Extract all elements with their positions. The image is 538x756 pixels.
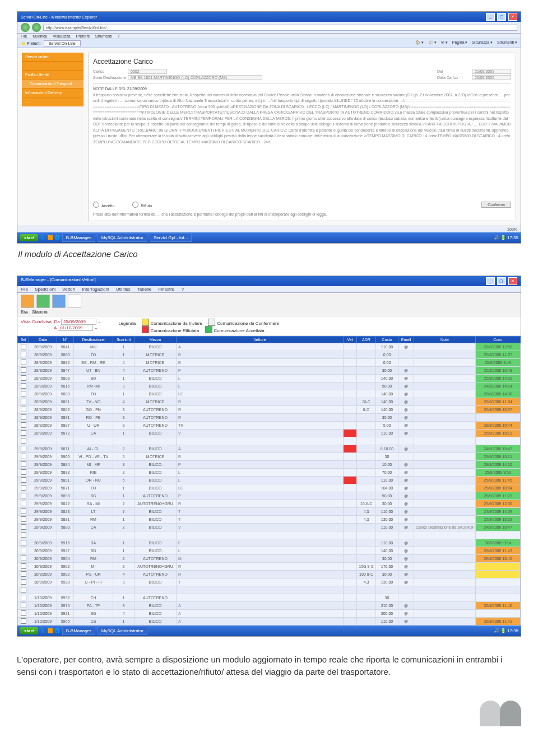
table-row[interactable]: 28/9/20095872CA1BILICOV110,00@25/9/2009 …: [18, 430, 521, 437]
menu-spedizioni[interactable]: Spedizioni: [35, 287, 55, 292]
table-row[interactable]: 1/10/20095975PA - TP3BILICOA210,00@30/9/…: [18, 602, 521, 610]
table-row[interactable]: 29/9/20095801OR - NU5BILICOL110,00@25/9/…: [18, 477, 521, 484]
carico-field[interactable]: 0002: [128, 69, 167, 74]
cmd-pagina[interactable]: Pagina ▾: [452, 40, 468, 44]
date-to-field[interactable]: 01/10/2009: [58, 325, 93, 331]
close-button[interactable]: ✕: [508, 277, 517, 285]
table-row[interactable]: 28/9/20095841MU1BILICOA110,00@28/9/2009 …: [18, 343, 521, 351]
table-row[interactable]: 30/9/20095902PG - UR4AUTOTRENOR100 8-C30…: [18, 571, 521, 578]
data-grid[interactable]: SelDataN°DestinazioneScarichiMezzoVettor…: [17, 336, 521, 626]
zona-field[interactable]: MB BS 1001 MARTINENGO (LO) CORLAZZORO (M…: [128, 75, 262, 80]
sidebar-item-servizi[interactable]: Servizi online: [22, 53, 84, 62]
column-header[interactable]: Vettore: [177, 337, 344, 343]
column-header[interactable]: Sel: [18, 337, 29, 343]
toolbar-button-1[interactable]: [21, 295, 34, 308]
menu-modifica[interactable]: Modifica: [33, 34, 47, 38]
toolbar-button-4[interactable]: [68, 295, 81, 308]
minimize-button[interactable]: _: [486, 277, 495, 285]
conferma-button[interactable]: Conferma: [481, 202, 511, 208]
menu-help[interactable]: ?: [182, 287, 184, 292]
table-row[interactable]: 28/9/20095882BS - RM - RE4MOTRICEB0,0025…: [18, 359, 521, 367]
column-header[interactable]: Mezzo: [134, 337, 177, 343]
table-row[interactable]: [18, 437, 521, 445]
system-tray[interactable]: 🔊 🔋 17:35: [494, 628, 518, 633]
column-header[interactable]: Com.: [476, 337, 521, 343]
table-row[interactable]: 1/10/20095932CH1AUTOTRENO30: [18, 594, 521, 602]
table-row[interactable]: 29/9/20095871TO1BILICOLE104,00@25/9/2009…: [18, 484, 521, 492]
taskbar-item[interactable]: B-BManager: [62, 627, 95, 635]
start-button[interactable]: start: [20, 234, 38, 241]
table-row[interactable]: 1/10/20095965CS1BILICOA110,00@30/9/2009 …: [18, 618, 521, 626]
sidebar-item-comunicazioni-trasporti[interactable]: Comunicazioni Trasporti: [22, 80, 84, 88]
table-row[interactable]: [18, 586, 521, 594]
start-button[interactable]: start: [20, 627, 38, 634]
column-header[interactable]: Vet: [344, 337, 357, 343]
browser-tab[interactable]: Servizi On-Line: [44, 40, 81, 46]
sidebar-item-profilo[interactable]: Profilo Utente: [22, 71, 84, 80]
menu-strumenti[interactable]: Strumenti: [95, 34, 112, 38]
table-row[interactable]: 29/9/20095898BG1AUTOTRENOP50,00@25/9/200…: [18, 492, 521, 500]
taskbar-item[interactable]: MySQL Administrator: [98, 627, 147, 635]
menu-vettori[interactable]: Vettori: [62, 287, 75, 292]
column-header[interactable]: Destinazione: [74, 337, 113, 343]
table-row[interactable]: 29/9/20095871AI - CL2BILICOA8,10.00@24/9…: [18, 445, 521, 453]
column-header[interactable]: ADR: [357, 337, 376, 343]
table-row[interactable]: 28/9/20095891RO - PE3AUTOTRENOR30,00@: [18, 414, 521, 422]
menu-interrogazioni[interactable]: Interrogazioni: [82, 287, 109, 292]
menu-tabelle[interactable]: Tabelle: [137, 287, 151, 292]
address-bar[interactable]: http://www.example/ServiziOnLine/...: [43, 25, 517, 31]
toolbar-button-2[interactable]: [36, 295, 50, 308]
cmd-home-icon[interactable]: 🏠 ▾: [415, 40, 424, 44]
menu-utilities[interactable]: Utilities: [116, 287, 131, 292]
taskbar-item[interactable]: B-BManager: [62, 234, 95, 242]
date-from-field[interactable]: 25/09/2009: [61, 319, 96, 325]
sidebar-item[interactable]: …: [22, 62, 84, 71]
back-button[interactable]: [21, 23, 30, 32]
menu-help[interactable]: ?: [118, 34, 120, 38]
taskbar-item[interactable]: MySQL Administrator: [98, 234, 147, 242]
toolbar-button-3[interactable]: [52, 295, 66, 308]
sidebar-item-info-delivery[interactable]: Informazioni Delivery: [22, 88, 84, 97]
table-row[interactable]: 1/10/20095921SG4BILICOA200,00@: [18, 610, 521, 618]
sidebar-item[interactable]: …: [22, 97, 84, 106]
radio-accetto[interactable]: Accetto: [93, 202, 114, 208]
cmd-strumenti[interactable]: Strumenti ▾: [497, 40, 517, 44]
table-row[interactable]: 29/9/20095892RIE2BILICOL70,00@25/9/2009 …: [18, 469, 521, 477]
maximize-button[interactable]: ▢: [497, 13, 506, 21]
stampa-label[interactable]: Stampa: [32, 309, 48, 314]
data-carico-field[interactable]: 20/09/2009: [472, 75, 511, 80]
taskbar-item[interactable]: Servizi Gpl - Int...: [150, 234, 192, 242]
table-row[interactable]: 28/9/20095887U - UR3AUTOTRENOTR5,00@28/9…: [18, 422, 521, 430]
column-header[interactable]: Note: [414, 337, 476, 343]
table-row[interactable]: 28/9/20095880TO1BILICOLE140,00@25/9/2009…: [18, 390, 521, 398]
menu-visualizza[interactable]: Visualizza: [53, 34, 70, 38]
table-row[interactable]: 29/9/20095881RM1BILICOT4,3130,00@25/9/20…: [18, 516, 521, 524]
table-row[interactable]: 30/9/20095902MI2AUTOTRENO+GRUR15G 8-C170…: [18, 563, 521, 571]
table-row[interactable]: 30/9/20095920U - PI - FI3BILICOT4,3130,0…: [18, 578, 521, 586]
close-button[interactable]: ✕: [508, 13, 517, 21]
table-row[interactable]: 29/9/20095823LT2BILICOT4,3110,00@24/9/20…: [18, 508, 521, 516]
esc-label[interactable]: Esc: [21, 309, 28, 314]
minimize-button[interactable]: _: [486, 13, 495, 21]
table-row[interactable]: 29/9/20095900VI - PD - VE - TV5MOTRICEB3…: [18, 453, 521, 461]
column-header[interactable]: Costo: [376, 337, 398, 343]
table-row[interactable]: 28/9/20095816RM -MI3BILICOL50,00@24/9/20…: [18, 382, 521, 390]
maximize-button[interactable]: ▢: [497, 277, 506, 285]
table-row[interactable]: 28/9/20095881TV - NO4MOTRICERSI-C140,00@…: [18, 398, 521, 406]
table-row[interactable]: 28/9/20095808BO1BILICOL140,00@25/9/2009 …: [18, 375, 521, 382]
cmd-feed-icon[interactable]: 📰 ▾: [428, 40, 437, 44]
system-tray[interactable]: 🔊 🔋 17:35: [494, 235, 518, 240]
column-header[interactable]: N°: [57, 337, 74, 343]
table-row[interactable]: [18, 531, 521, 539]
quicklaunch[interactable]: 🟦 🟧 🌐: [40, 628, 59, 633]
menu-finestre[interactable]: Finestre: [158, 287, 174, 292]
table-row[interactable]: 29/9/20095880CA2BILICOV110,00@Carico Des…: [18, 524, 521, 531]
quicklaunch[interactable]: 🟦 🟧 🌐: [40, 235, 59, 240]
zoom-level[interactable]: 100%: [507, 227, 517, 231]
table-row[interactable]: 28/9/20095880TO1MOTRICEB0,0025/9/2009 11…: [18, 351, 521, 359]
forward-button[interactable]: [32, 23, 41, 32]
table-row[interactable]: 29/9/20095884MI - MF3BILICOP10,00@29/9/2…: [18, 461, 521, 469]
table-row[interactable]: 29/9/20095822SA - MI2AUTOTRENO+GRUR10-6-…: [18, 500, 521, 508]
column-header[interactable]: Email: [398, 337, 414, 343]
table-row[interactable]: 30/9/20095927BO1BILICOL140,00@29/9/2009 …: [18, 547, 521, 555]
